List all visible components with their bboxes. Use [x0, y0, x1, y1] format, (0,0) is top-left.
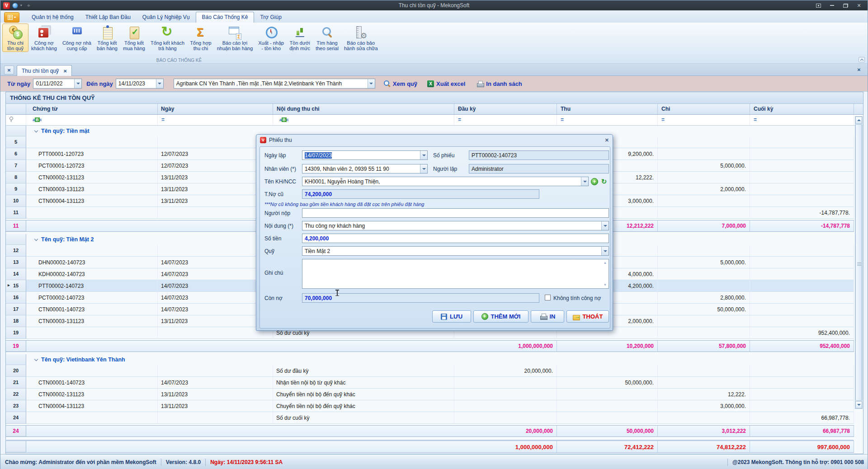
cell-ck[interactable]	[750, 160, 854, 172]
exit-button[interactable]: THOÁT	[566, 310, 609, 323]
row-number-cell[interactable]: 18	[6, 315, 26, 327]
ten-kh-select[interactable]: KH0001, Nguyễn Hoàng Thiện,	[302, 177, 589, 186]
cell-ct[interactable]: PTT00002-140723	[26, 280, 158, 292]
cell-ct[interactable]: DHN00002-140723	[26, 257, 158, 268]
cell-ck[interactable]: 66,987,778.	[750, 412, 854, 424]
so-tien-input[interactable]: 4,200,000	[302, 234, 609, 243]
cell-chi[interactable]	[658, 365, 750, 377]
row-number-cell[interactable]: 24	[6, 412, 26, 424]
cell-chi[interactable]: 2,800,000.	[658, 292, 750, 304]
chevron-down-icon[interactable]	[581, 177, 588, 186]
scrollbar-thumb[interactable]	[855, 124, 862, 401]
scroll-down-icon[interactable]: ▼	[603, 282, 608, 287]
cell-ct[interactable]: CTN00001-140723	[26, 377, 158, 389]
from-date-input[interactable]: 01/11/2022	[33, 79, 82, 89]
row-number-cell[interactable]: 8	[6, 172, 26, 183]
cell-thu[interactable]: 50,000,000.	[557, 377, 658, 389]
cell-ck[interactable]	[750, 257, 854, 268]
ghi-chu-textarea[interactable]: ▲ ▼	[302, 259, 609, 289]
column-header-chi[interactable]: Chi	[658, 104, 750, 114]
cell-ck[interactable]	[750, 400, 854, 412]
cell-chi[interactable]	[658, 412, 750, 424]
table-row[interactable]: 22CTN00002-13112313/11/2023Chuyển tiền n…	[6, 389, 854, 400]
to-date-input[interactable]: 14/11/2023	[116, 79, 164, 89]
dialog-title-bar[interactable]: V Phiếu thu ✕	[256, 135, 613, 145]
cell-ct[interactable]	[26, 136, 158, 148]
fullscreen-button[interactable]	[811, 1, 825, 10]
filter-chungtu[interactable]: aBc	[26, 115, 158, 125]
cell-ck[interactable]	[750, 195, 854, 207]
chevron-down-icon[interactable]	[420, 151, 427, 159]
noi-dung-value[interactable]: Thu công nợ khách hàng	[302, 221, 601, 230]
ribbon-collapse-button[interactable]	[859, 57, 865, 62]
add-customer-button[interactable]: +	[590, 177, 599, 186]
tab-bao-cao-thong-ke[interactable]: Báo Cáo Thống Kê	[196, 12, 255, 23]
ribbon-button-5[interactable]: Tổng kếtmua hàng	[120, 23, 148, 52]
noi-dung-select[interactable]: Thu công nợ khách hàng	[302, 221, 609, 230]
row-number-cell[interactable]: 7	[6, 160, 26, 172]
row-number-cell[interactable]: 11	[6, 207, 26, 219]
cell-ct[interactable]	[26, 327, 158, 339]
cell-chi[interactable]	[658, 315, 750, 327]
refresh-customer-button[interactable]: ↻	[600, 177, 608, 186]
ribbon-button-11[interactable]: Tìm hàngtheo serial	[313, 23, 341, 52]
quy-value[interactable]: Tiền Mặt 2	[302, 247, 601, 255]
chevron-down-icon[interactable]	[368, 79, 375, 88]
cell-ck[interactable]	[750, 280, 854, 292]
row-number-cell[interactable]: 9	[6, 183, 26, 195]
group-header-row[interactable]: Tên quỹ: Vietinbank Yên Thành	[6, 354, 854, 365]
close-tab-button[interactable]: ✕	[4, 66, 14, 75]
cell-ct[interactable]: PTT00001-120723	[26, 148, 158, 160]
print-button[interactable]: IN	[531, 310, 564, 323]
group-title[interactable]: Tên quỹ: Tiền mặt	[26, 126, 90, 136]
cell-ck[interactable]	[750, 389, 854, 400]
quy-select[interactable]: Tiền Mặt 2	[302, 246, 609, 256]
cell-chi[interactable]: 5,000,000.	[658, 257, 750, 268]
chevron-down-icon[interactable]	[34, 128, 38, 132]
column-header-dauky[interactable]: Đầu kỳ	[454, 104, 557, 114]
row-number-cell[interactable]: 5	[6, 136, 26, 148]
ribbon-button-1[interactable]: Thu chitồn quỹ	[2, 23, 28, 52]
view-fund-button[interactable]: Xem quỹ	[383, 80, 417, 87]
table-row[interactable]: 21CTN00001-14072314/07/2023Nhận tiền nội…	[6, 377, 854, 389]
cell-dk[interactable]	[454, 412, 557, 424]
cell-ck[interactable]	[750, 365, 854, 377]
row-number-cell[interactable]: 14	[6, 268, 26, 280]
cell-ck[interactable]	[750, 268, 854, 280]
scroll-up-icon[interactable]: ▲	[603, 260, 608, 265]
row-number-cell[interactable]: 13	[6, 257, 26, 268]
cell-ct[interactable]: CTN00003-131123	[26, 315, 158, 327]
cell-ct[interactable]: CTN00001-140723	[26, 304, 158, 315]
table-row[interactable]: 20Số dư đầu kỳ20,000,000.	[6, 365, 854, 377]
ribbon-button-6[interactable]: Tổng kết kháchtrả hàng	[148, 23, 187, 52]
cell-ct[interactable]: PCT00001-120723	[26, 160, 158, 172]
cell-ct[interactable]: KDH00002-140723	[26, 268, 158, 280]
app-menu-button[interactable]	[4, 12, 19, 23]
cell-chi[interactable]	[658, 207, 750, 219]
chevron-down-icon[interactable]	[34, 357, 38, 361]
funds-select-value[interactable]: Agribank CN Yên Thành ,Tiền mặt ,Tiền Mặ…	[174, 79, 368, 88]
cell-ck[interactable]	[750, 148, 854, 160]
cell-ct[interactable]: PCT00002-140723	[26, 292, 158, 304]
cell-chi[interactable]	[658, 136, 750, 148]
ribbon-button-4[interactable]: Tổng kếtbán hàng	[94, 23, 120, 52]
cell-ck[interactable]	[750, 172, 854, 183]
chevron-down-icon[interactable]	[420, 164, 427, 173]
ribbon-button-10[interactable]: Tồn dướiđịnh mức	[287, 23, 313, 52]
group-title[interactable]: Tên quỹ: Tiền Mặt 2	[26, 234, 94, 245]
cell-thu[interactable]	[557, 389, 658, 400]
add-new-button[interactable]: + THÊM MỚI	[473, 310, 528, 323]
cell-nd[interactable]: Nhận tiền nội bộ từ quỹ khác	[273, 377, 454, 389]
chevron-down-icon[interactable]	[74, 79, 81, 88]
cell-thu[interactable]	[557, 412, 658, 424]
cell-ct[interactable]: CTN00003-131123	[26, 183, 158, 195]
ribbon-button-12[interactable]: Báo cáo bảohành sửa chữa	[341, 23, 381, 52]
cell-chi[interactable]	[658, 327, 750, 339]
table-row[interactable]: 24Số dư cuối kỳ66,987,778.	[6, 412, 854, 424]
print-list-button[interactable]: In danh sách	[476, 80, 522, 87]
cell-chi[interactable]: 3,000,000.	[658, 400, 750, 412]
filter-noidung[interactable]: aBc	[273, 115, 454, 125]
save-button[interactable]: LƯU	[432, 310, 471, 323]
ten-kh-value[interactable]: KH0001, Nguyễn Hoàng Thiện,	[302, 177, 581, 186]
cell-ngay[interactable]	[158, 365, 273, 377]
